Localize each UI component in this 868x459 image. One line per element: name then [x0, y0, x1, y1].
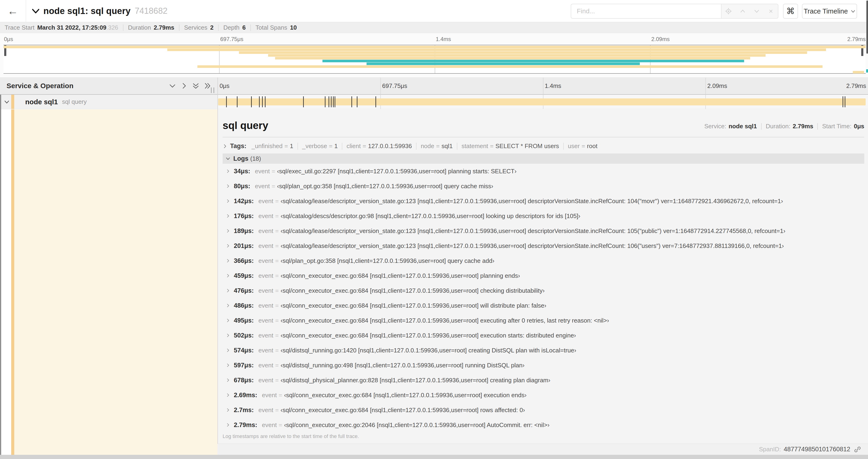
log-equals: =	[275, 302, 279, 309]
log-timestamp: 201μs:	[234, 242, 254, 250]
tag-equals: =	[284, 142, 288, 150]
span-id-value: 4877749850101760812	[784, 446, 850, 453]
tags-accordion[interactable]: Tags: _unfinished=1_verbose=1client=127.…	[223, 142, 864, 150]
find-input[interactable]	[571, 4, 721, 19]
span-duration-bar[interactable]	[218, 98, 866, 105]
logs-list: 34μs:event=‹sql/exec_util.go:2297 [nsql1…	[223, 164, 864, 432]
log-field-key: event	[258, 347, 274, 354]
log-timestamp: 495μs:	[234, 317, 254, 324]
clear-search-icon[interactable]: ×	[764, 4, 778, 18]
log-timestamp: 189μs:	[234, 227, 254, 235]
trace-stats-bar: Trace StartMarch 31 2022, 17:25:09.326Du…	[0, 22, 868, 33]
log-entry-row[interactable]: 2.79ms:event=‹sql/conn_executor_exec.go:…	[223, 418, 864, 432]
log-timestamp: 2.79ms:	[234, 421, 257, 429]
chevron-right-icon	[226, 348, 230, 352]
log-field-key: event	[258, 257, 274, 264]
log-field-value: ‹sql/conn_executor_exec.go:684 [nsql1,cl…	[280, 406, 525, 414]
log-field-key: event	[258, 227, 274, 235]
stat-label: Duration	[128, 24, 151, 31]
log-entry-row[interactable]: 142μs:event=‹sql/catalog/lease/descripto…	[223, 194, 864, 208]
minimap-canvas[interactable]	[3, 45, 866, 74]
log-marker-tick	[375, 96, 376, 107]
log-marker-tick	[331, 96, 332, 107]
tag-separator	[342, 143, 342, 150]
span-detail-panel: sql query Service:node sql1Duration:2.79…	[218, 109, 868, 444]
logs-label: Logs	[233, 155, 248, 162]
log-entry-row[interactable]: 189μs:event=‹sql/catalog/lease/descripto…	[223, 223, 864, 238]
expand-all-icon[interactable]	[204, 82, 211, 89]
span-timeline-cell[interactable]	[218, 95, 868, 109]
log-entry-row[interactable]: 80μs:event=‹sql/plan_opt.go:358 [nsql1,c…	[223, 179, 864, 194]
service-color-stripe	[11, 95, 14, 109]
log-equals: =	[275, 198, 279, 205]
log-entry-row[interactable]: 597μs:event=‹sql/distsql_running.go:498 …	[223, 358, 864, 373]
log-field-value: ‹sql/exec_util.go:2297 [nsql1,client=127…	[277, 168, 516, 175]
locate-icon[interactable]	[721, 4, 736, 18]
log-marker-tick	[303, 96, 304, 107]
log-entry-row[interactable]: 476μs:event=‹sql/conn_executor_exec.go:6…	[223, 283, 864, 298]
log-field-key: event	[258, 406, 274, 414]
collapse-one-icon[interactable]	[169, 82, 176, 89]
log-field-value: ‹sql/catalog/lease/descriptor_version_st…	[280, 198, 783, 205]
log-timestamp: 476μs:	[234, 287, 254, 294]
link-icon[interactable]	[854, 446, 862, 453]
log-field-value: ‹sql/conn_executor_exec.go:684 [nsql1,cl…	[284, 392, 526, 399]
chevron-right-icon	[226, 333, 230, 337]
tag-equals: =	[582, 142, 585, 150]
gridline	[705, 78, 706, 94]
minimap-span-bar	[367, 63, 640, 65]
span-collapse-chevron-icon[interactable]	[4, 99, 10, 105]
chevron-right-icon	[226, 378, 230, 382]
chevron-right-icon	[226, 229, 230, 233]
stat-value: 2.79ms	[154, 24, 174, 31]
tags-label: Tags:	[230, 142, 246, 150]
chevron-right-icon	[226, 214, 230, 218]
meta-separator	[761, 123, 762, 130]
chevron-right-icon	[226, 318, 230, 323]
log-entry-row[interactable]: 678μs:event=‹sql/distsql_physical_planne…	[223, 373, 864, 388]
expand-one-icon[interactable]	[181, 82, 188, 89]
log-entry-row[interactable]: 495μs:event=‹sql/conn_executor_exec.go:6…	[223, 313, 864, 328]
log-field-key: event	[255, 168, 270, 175]
log-entry-row[interactable]: 574μs:event=‹sql/distsql_running.go:1420…	[223, 343, 864, 358]
keyboard-shortcuts-button[interactable]: ⌘	[783, 4, 798, 19]
log-field-key: event	[258, 212, 274, 220]
log-entry-row[interactable]: 176μs:event=‹sql/catalog/descs/descripto…	[223, 208, 864, 223]
view-selector-label: Trace Timeline	[804, 7, 848, 15]
log-entry-row[interactable]: 502μs:event=‹sql/conn_executor_exec.go:6…	[223, 328, 864, 343]
next-result-icon[interactable]	[750, 4, 764, 18]
horizontal-scrollbar[interactable]	[0, 455, 868, 459]
minimap-span-bar	[167, 48, 826, 51]
log-field-value: ‹sql/conn_executor_exec.go:684 [nsql1,cl…	[280, 287, 545, 294]
service-color-stripe	[11, 109, 14, 455]
log-entry-row[interactable]: 201μs:event=‹sql/catalog/lease/descripto…	[223, 238, 864, 253]
left-scrollbar[interactable]	[0, 95, 1, 455]
log-entry-row[interactable]: 34μs:event=‹sql/exec_util.go:2297 [nsql1…	[223, 164, 864, 179]
log-entry-row[interactable]: 2.7ms:event=‹sql/conn_executor_exec.go:6…	[223, 402, 864, 418]
log-entry-row[interactable]: 366μs:event=‹sql/plan_opt.go:358 [nsql1,…	[223, 253, 864, 268]
logs-accordion-header[interactable]: Logs (18)	[223, 154, 864, 164]
prev-result-icon[interactable]	[736, 4, 750, 18]
scrollbar-marker	[866, 69, 868, 72]
log-marker-tick	[251, 96, 252, 107]
log-field-value: ‹sql/catalog/lease/descriptor_version_st…	[280, 227, 785, 235]
timeline-axis-label: 697.75μs	[382, 82, 407, 90]
log-entry-row[interactable]: 459μs:event=‹sql/conn_executor_exec.go:6…	[223, 268, 864, 283]
span-id-bar: SpanID: 4877749850101760812	[217, 444, 868, 455]
command-icon: ⌘	[786, 6, 795, 16]
log-marker-tick	[357, 96, 358, 107]
back-button[interactable]: ←	[0, 0, 26, 22]
log-field-key: event	[262, 392, 277, 399]
tag-value: 1	[290, 142, 293, 150]
log-entry-row[interactable]: 2.69ms:event=‹sql/conn_executor_exec.go:…	[223, 388, 864, 402]
log-field-value: ‹sql/plan_opt.go:358 [nsql1,client=127.0…	[280, 257, 494, 264]
collapse-trace-chevron-icon[interactable]	[32, 7, 40, 15]
span-name-cell[interactable]: node sql1 sql query	[0, 95, 217, 109]
view-selector-button[interactable]: Trace Timeline	[802, 4, 857, 19]
column-resize-grip[interactable]	[211, 88, 214, 93]
log-timestamp: 574μs:	[234, 347, 254, 354]
vertical-scrollbar[interactable]	[866, 0, 868, 54]
tag-value: 1	[334, 142, 338, 150]
collapse-all-icon[interactable]	[192, 82, 199, 89]
log-entry-row[interactable]: 486μs:event=‹sql/conn_executor_exec.go:6…	[223, 298, 864, 313]
